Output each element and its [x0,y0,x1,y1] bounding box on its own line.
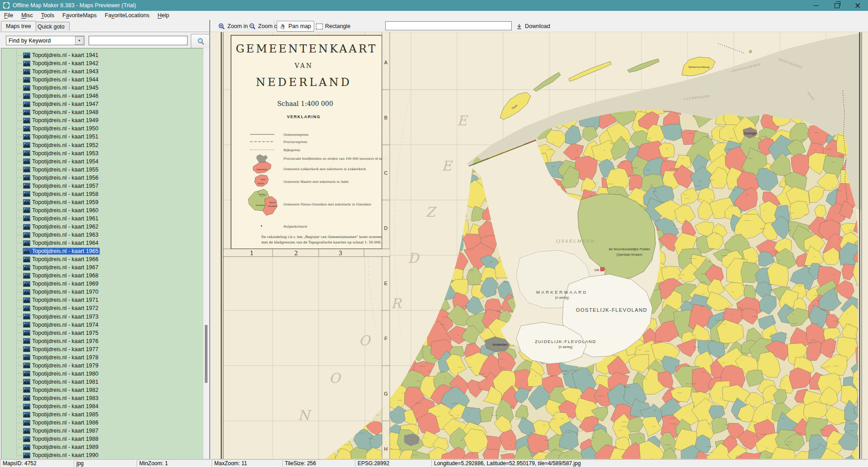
coordinates-input[interactable] [385,21,512,30]
tree-item-1959[interactable]: Topotijdreis.nl - kaart 1959 [1,198,203,206]
tree-item-1954[interactable]: Topotijdreis.nl - kaart 1954 [1,157,203,166]
svg-text:E: E [457,113,468,129]
menu-file[interactable]: File [0,11,17,19]
svg-text:Aalst: Aalst [260,178,266,181]
tree-item-1956[interactable]: Topotijdreis.nl - kaart 1956 [1,174,203,182]
tree-item-1974[interactable]: Topotijdreis.nl - kaart 1974 [1,321,203,329]
tree-item-1972[interactable]: Topotijdreis.nl - kaart 1972 [1,304,203,312]
map-layer-icon [23,322,30,328]
menu-favoritemaps[interactable]: FavoriteMaps [58,11,101,19]
tree-item-1975[interactable]: Topotijdreis.nl - kaart 1975 [1,329,203,337]
tree-item-1946[interactable]: Topotijdreis.nl - kaart 1946 [1,92,203,100]
tree-item-1988[interactable]: Topotijdreis.nl - kaart 1988 [1,435,203,443]
tree-item-selbox: Topotijdreis.nl - kaart 1981 [23,378,100,386]
tree-item-1955[interactable]: Topotijdreis.nl - kaart 1955 [1,166,203,174]
map-viewport[interactable]: NOORDZEEIJSSELMEERMARKERWAARD(in aanleg)… [211,32,868,459]
tree-item-1989[interactable]: Topotijdreis.nl - kaart 1989 [1,443,203,451]
tree-item-label: Topotijdreis.nl - kaart 1975 [32,330,99,336]
tree-item-1953[interactable]: Topotijdreis.nl - kaart 1953 [1,149,203,157]
tree-item-label: Topotijdreis.nl - kaart 1989 [32,444,99,450]
tree-item-1942[interactable]: Topotijdreis.nl - kaart 1942 [1,59,203,67]
menu-favoritelocations[interactable]: FavoriteLocations [101,11,154,19]
map-layer-icon [23,110,30,115]
tree-item-1949[interactable]: Topotijdreis.nl - kaart 1949 [1,116,203,124]
tree-item-1944[interactable]: Topotijdreis.nl - kaart 1944 [1,76,203,84]
tab-quick-goto[interactable]: Quick goto [33,22,70,31]
minimize-button[interactable] [806,0,826,11]
tree-item-1964[interactable]: Topotijdreis.nl - kaart 1964 [1,239,203,247]
tree-scrollbar-thumb[interactable] [205,325,208,383]
tree-item-1951[interactable]: Topotijdreis.nl - kaart 1951 [1,133,203,141]
tree-item-1941[interactable]: Topotijdreis.nl - kaart 1941 [1,51,203,59]
tree-item-1952[interactable]: Topotijdreis.nl - kaart 1952 [1,141,203,149]
tree-item-1963[interactable]: Topotijdreis.nl - kaart 1963 [1,231,203,239]
find-mode-select[interactable]: Find by Keyword ▼ [6,36,85,45]
tree-item-1987[interactable]: Topotijdreis.nl - kaart 1987 [1,427,203,435]
tree-item-label: Topotijdreis.nl - kaart 1954 [32,158,99,165]
tree-item-selbox: Topotijdreis.nl - kaart 1942 [23,60,100,67]
tree-item-1984[interactable]: Topotijdreis.nl - kaart 1984 [1,402,203,410]
tab-maps-tree[interactable]: Maps tree [1,21,36,31]
menu-tools[interactable]: Tools [37,11,58,19]
tree-item-1947[interactable]: Topotijdreis.nl - kaart 1947 [1,100,203,108]
tree-item-1980[interactable]: Topotijdreis.nl - kaart 1980 [1,370,203,378]
tree-item-selbox: Topotijdreis.nl - kaart 1978 [23,354,100,361]
tree-item-1981[interactable]: Topotijdreis.nl - kaart 1981 [1,378,203,386]
tree-item-label: Topotijdreis.nl - kaart 1980 [32,371,99,377]
rectangle-button[interactable]: Rectangle [313,21,354,32]
tree-item-1958[interactable]: Topotijdreis.nl - kaart 1958 [1,190,203,198]
tree-item-label: Topotijdreis.nl - kaart 1941 [32,52,99,58]
tree-item-1979[interactable]: Topotijdreis.nl - kaart 1979 [1,362,203,370]
tree-item-label: Topotijdreis.nl - kaart 1950 [32,125,99,132]
restore-button[interactable] [826,0,847,11]
tree-item-label: Topotijdreis.nl - kaart 1960 [32,207,99,214]
tree-connector [18,96,23,96]
sidebar-filter-row: Find by Keyword ▼ [0,32,210,48]
tree-item-1966[interactable]: Topotijdreis.nl - kaart 1966 [1,255,203,263]
close-button[interactable]: × [847,0,868,11]
download-button[interactable]: Download [513,21,553,32]
tree-item-1968[interactable]: Topotijdreis.nl - kaart 1968 [1,272,203,280]
tree-connector [18,365,23,366]
map-layer-icon [23,118,30,124]
tree-item-1967[interactable]: Topotijdreis.nl - kaart 1967 [1,263,203,272]
tree-item-1957[interactable]: Topotijdreis.nl - kaart 1957 [1,182,203,190]
tree-item-1990[interactable]: Topotijdreis.nl - kaart 1990 [1,451,203,459]
search-button[interactable] [191,34,210,49]
tree-item-1978[interactable]: Topotijdreis.nl - kaart 1978 [1,353,203,362]
tree-connector [18,112,23,113]
tree-item-1983[interactable]: Topotijdreis.nl - kaart 1983 [1,394,203,402]
tree-connector [18,169,23,170]
tree-item-1976[interactable]: Topotijdreis.nl - kaart 1976 [1,337,203,345]
tree-item-1962[interactable]: Topotijdreis.nl - kaart 1962 [1,223,203,231]
tree-item-1945[interactable]: Topotijdreis.nl - kaart 1945 [1,84,203,92]
tree-item-1960[interactable]: Topotijdreis.nl - kaart 1960 [1,206,203,214]
tree-item-1948[interactable]: Topotijdreis.nl - kaart 1948 [1,108,203,116]
tree-item-1969[interactable]: Topotijdreis.nl - kaart 1969 [1,280,203,288]
tree-item-1986[interactable]: Topotijdreis.nl - kaart 1986 [1,419,203,427]
tree-scrollbar[interactable] [203,48,209,459]
tree-item-1977[interactable]: Topotijdreis.nl - kaart 1977 [1,345,203,353]
tree-item-1985[interactable]: Topotijdreis.nl - kaart 1985 [1,410,203,419]
menu-help[interactable]: Help [153,11,173,19]
map-canvas[interactable]: NOORDZEEIJSSELMEERMARKERWAARD(in aanleg)… [211,32,868,459]
tree-root-line [16,49,17,457]
tree-item-1973[interactable]: Topotijdreis.nl - kaart 1973 [1,313,203,321]
tree-item-1965[interactable]: Topotijdreis.nl - kaart 1965 [1,247,203,255]
pan-map-button[interactable]: Pan map [277,21,314,32]
tree-item-1970[interactable]: Topotijdreis.nl - kaart 1970 [1,288,203,296]
tree-item-1943[interactable]: Topotijdreis.nl - kaart 1943 [1,67,203,76]
svg-text:F: F [384,336,387,341]
tree-item-label: Topotijdreis.nl - kaart 1984 [32,403,99,410]
tree-item-1982[interactable]: Topotijdreis.nl - kaart 1982 [1,386,203,394]
tree-item-1971[interactable]: Topotijdreis.nl - kaart 1971 [1,296,203,304]
keyword-input[interactable] [89,36,188,45]
tree-item-1961[interactable]: Topotijdreis.nl - kaart 1961 [1,214,203,223]
tree-item-selbox: Topotijdreis.nl - kaart 1943 [23,68,100,75]
tree-item-label: Topotijdreis.nl - kaart 1985 [32,411,99,418]
tree-item-selbox: Topotijdreis.nl - kaart 1958 [23,191,100,198]
tree-item-1950[interactable]: Topotijdreis.nl - kaart 1950 [1,124,203,133]
menu-misc[interactable]: Misc [17,11,37,19]
sidebar-splitter[interactable] [209,20,210,459]
map-layer-icon [23,257,30,262]
